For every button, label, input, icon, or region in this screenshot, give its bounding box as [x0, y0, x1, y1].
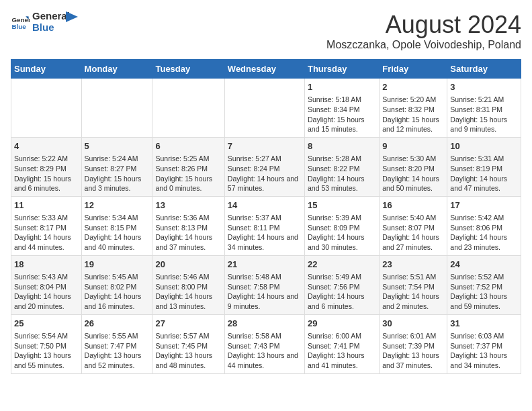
calendar-cell: 21Sunrise: 5:48 AMSunset: 7:58 PMDayligh… — [224, 255, 304, 314]
day-number: 20 — [155, 259, 221, 271]
logo-flag-icon — [66, 11, 78, 28]
week-row-5: 25Sunrise: 5:54 AMSunset: 7:50 PMDayligh… — [11, 314, 521, 373]
day-info: Sunrise: 5:46 AMSunset: 8:00 PMDaylight:… — [155, 272, 221, 312]
day-number: 18 — [14, 259, 79, 271]
day-number: 12 — [85, 199, 150, 212]
calendar-header: SundayMondayTuesdayWednesdayThursdayFrid… — [11, 60, 521, 79]
calendar-cell: 23Sunrise: 5:51 AMSunset: 7:54 PMDayligh… — [380, 255, 447, 314]
header-row: SundayMondayTuesdayWednesdayThursdayFrid… — [11, 60, 521, 79]
day-info: Sunrise: 5:43 AMSunset: 8:04 PMDaylight:… — [14, 272, 79, 312]
day-number: 5 — [85, 140, 150, 152]
calendar-cell: 1Sunrise: 5:18 AMSunset: 8:34 PMDaylight… — [304, 79, 379, 138]
day-number: 30 — [382, 318, 444, 330]
calendar-cell: 9Sunrise: 5:30 AMSunset: 8:20 PMDaylight… — [380, 137, 447, 196]
header-day-tuesday: Tuesday — [152, 60, 224, 79]
logo-text-general: General — [32, 11, 70, 22]
calendar-cell: 31Sunrise: 6:03 AMSunset: 7:37 PMDayligh… — [447, 314, 521, 373]
day-info: Sunrise: 5:20 AMSunset: 8:32 PMDaylight:… — [382, 95, 444, 134]
calendar-cell: 2Sunrise: 5:20 AMSunset: 8:32 PMDaylight… — [380, 79, 447, 138]
day-number: 17 — [450, 199, 518, 212]
calendar-cell: 30Sunrise: 6:01 AMSunset: 7:39 PMDayligh… — [380, 314, 447, 373]
day-info: Sunrise: 6:03 AMSunset: 7:37 PMDaylight:… — [450, 331, 518, 371]
calendar-body: 1Sunrise: 5:18 AMSunset: 8:34 PMDaylight… — [11, 79, 521, 374]
svg-text:Blue: Blue — [11, 22, 26, 30]
day-info: Sunrise: 5:40 AMSunset: 8:07 PMDaylight:… — [382, 213, 444, 253]
day-info: Sunrise: 5:25 AMSunset: 8:26 PMDaylight:… — [155, 154, 221, 193]
calendar-cell: 14Sunrise: 5:37 AMSunset: 8:11 PMDayligh… — [224, 196, 304, 255]
calendar-cell: 12Sunrise: 5:34 AMSunset: 8:15 PMDayligh… — [81, 196, 152, 255]
day-number: 23 — [382, 259, 444, 271]
day-number: 26 — [85, 318, 150, 330]
day-number: 4 — [14, 140, 79, 152]
day-number: 28 — [228, 318, 302, 330]
day-info: Sunrise: 5:45 AMSunset: 8:02 PMDaylight:… — [85, 272, 150, 312]
logo-text-blue: Blue — [32, 22, 70, 34]
logo: General Blue General Blue — [11, 11, 78, 33]
day-number: 16 — [382, 199, 444, 212]
calendar-cell: 27Sunrise: 5:57 AMSunset: 7:45 PMDayligh… — [152, 314, 224, 373]
calendar-cell: 7Sunrise: 5:27 AMSunset: 8:24 PMDaylight… — [224, 137, 304, 196]
header-day-friday: Friday — [380, 60, 447, 79]
day-number: 24 — [450, 259, 518, 271]
day-number: 29 — [308, 318, 376, 330]
calendar-cell: 11Sunrise: 5:33 AMSunset: 8:17 PMDayligh… — [11, 196, 82, 255]
day-number: 2 — [382, 81, 444, 93]
calendar-cell: 13Sunrise: 5:36 AMSunset: 8:13 PMDayligh… — [152, 196, 224, 255]
day-number: 31 — [450, 318, 518, 330]
day-number: 9 — [382, 140, 444, 152]
day-number: 1 — [308, 81, 376, 93]
day-info: Sunrise: 5:57 AMSunset: 7:45 PMDaylight:… — [155, 331, 221, 371]
day-info: Sunrise: 5:18 AMSunset: 8:34 PMDaylight:… — [308, 95, 376, 134]
day-number: 13 — [155, 199, 221, 212]
svg-marker-4 — [66, 11, 78, 22]
calendar-cell: 25Sunrise: 5:54 AMSunset: 7:50 PMDayligh… — [11, 314, 82, 373]
day-number: 15 — [308, 199, 376, 212]
day-info: Sunrise: 5:36 AMSunset: 8:13 PMDaylight:… — [155, 213, 221, 253]
calendar-cell — [152, 79, 224, 138]
day-info: Sunrise: 5:24 AMSunset: 8:27 PMDaylight:… — [85, 154, 150, 193]
day-number: 22 — [308, 259, 376, 271]
day-info: Sunrise: 6:00 AMSunset: 7:41 PMDaylight:… — [308, 331, 376, 371]
calendar-cell: 10Sunrise: 5:31 AMSunset: 8:19 PMDayligh… — [447, 137, 521, 196]
calendar-cell: 22Sunrise: 5:49 AMSunset: 7:56 PMDayligh… — [304, 255, 379, 314]
day-info: Sunrise: 5:49 AMSunset: 7:56 PMDaylight:… — [308, 272, 376, 312]
calendar-cell — [224, 79, 304, 138]
day-info: Sunrise: 5:33 AMSunset: 8:17 PMDaylight:… — [14, 213, 79, 253]
title-section: August 2024 Moszczanka, Opole Voivodeshi… — [326, 11, 521, 51]
logo-icon: General Blue — [11, 13, 30, 32]
calendar-cell: 29Sunrise: 6:00 AMSunset: 7:41 PMDayligh… — [304, 314, 379, 373]
day-number: 27 — [155, 318, 221, 330]
calendar-cell: 28Sunrise: 5:58 AMSunset: 7:43 PMDayligh… — [224, 314, 304, 373]
day-info: Sunrise: 5:28 AMSunset: 8:22 PMDaylight:… — [308, 154, 376, 193]
day-number: 14 — [228, 199, 302, 212]
calendar-table: SundayMondayTuesdayWednesdayThursdayFrid… — [11, 59, 521, 374]
day-info: Sunrise: 5:51 AMSunset: 7:54 PMDaylight:… — [382, 272, 444, 312]
header-day-sunday: Sunday — [11, 60, 82, 79]
header-day-monday: Monday — [81, 60, 152, 79]
day-info: Sunrise: 5:54 AMSunset: 7:50 PMDaylight:… — [14, 331, 79, 371]
calendar-cell: 5Sunrise: 5:24 AMSunset: 8:27 PMDaylight… — [81, 137, 152, 196]
day-number: 10 — [450, 140, 518, 152]
day-info: Sunrise: 5:52 AMSunset: 7:52 PMDaylight:… — [450, 272, 518, 312]
calendar-cell: 19Sunrise: 5:45 AMSunset: 8:02 PMDayligh… — [81, 255, 152, 314]
day-number: 7 — [228, 140, 302, 152]
day-info: Sunrise: 5:31 AMSunset: 8:19 PMDaylight:… — [450, 154, 518, 193]
week-row-3: 11Sunrise: 5:33 AMSunset: 8:17 PMDayligh… — [11, 196, 521, 255]
header-day-saturday: Saturday — [447, 60, 521, 79]
calendar-cell: 15Sunrise: 5:39 AMSunset: 8:09 PMDayligh… — [304, 196, 379, 255]
day-number: 25 — [14, 318, 79, 330]
calendar-cell: 8Sunrise: 5:28 AMSunset: 8:22 PMDaylight… — [304, 137, 379, 196]
day-info: Sunrise: 5:42 AMSunset: 8:06 PMDaylight:… — [450, 213, 518, 253]
calendar-cell — [11, 79, 82, 138]
day-info: Sunrise: 5:27 AMSunset: 8:24 PMDaylight:… — [228, 154, 302, 193]
header-day-thursday: Thursday — [304, 60, 379, 79]
main-title: August 2024 — [326, 11, 521, 39]
day-number: 8 — [308, 140, 376, 152]
day-number: 21 — [228, 259, 302, 271]
day-info: Sunrise: 5:48 AMSunset: 7:58 PMDaylight:… — [228, 272, 302, 312]
day-info: Sunrise: 5:30 AMSunset: 8:20 PMDaylight:… — [382, 154, 444, 193]
day-info: Sunrise: 5:55 AMSunset: 7:47 PMDaylight:… — [85, 331, 150, 371]
week-row-2: 4Sunrise: 5:22 AMSunset: 8:29 PMDaylight… — [11, 137, 521, 196]
calendar-cell: 16Sunrise: 5:40 AMSunset: 8:07 PMDayligh… — [380, 196, 447, 255]
page-header: General Blue General Blue August 2024 Mo… — [11, 11, 521, 51]
